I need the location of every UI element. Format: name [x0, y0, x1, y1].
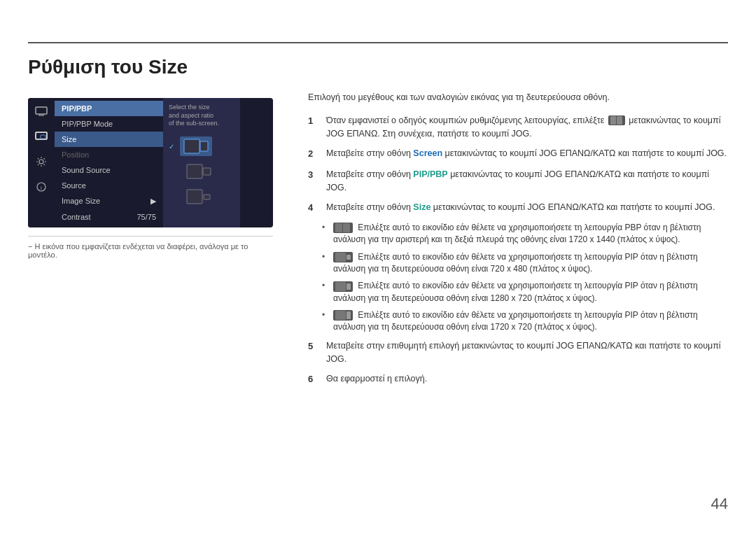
step-3-text: Μεταβείτε στην οθόνη PIP/PBP μετακινώντα… [326, 168, 728, 195]
sub-panel-header: Select the sizeand aspect ratioof the su… [169, 104, 234, 128]
size-option-small[interactable] [169, 187, 234, 206]
check-mark: ✓ [169, 143, 174, 150]
sidebar-icon-pip[interactable] [34, 129, 49, 144]
bullet-4-icon [333, 310, 353, 321]
step-6-text: Θα εφαρμοστεί η επιλογή. [326, 372, 728, 386]
svg-rect-10 [200, 141, 208, 151]
bullet-4-text: Επιλέξτε αυτό το εικονίδιο εάν θέλετε να… [333, 309, 728, 334]
menu-item-soundsource[interactable]: Sound Source [55, 162, 163, 178]
bullet-4: • Επιλέξτε αυτό το εικονίδιο εάν θέλετε … [322, 309, 728, 334]
bullet-2: • Επιλέξτε αυτό το εικονίδιο εάν θέλετε … [322, 251, 728, 276]
step-3-number: 3 [308, 168, 319, 195]
step-1: 1 Όταν εμφανιστεί ο οδηγός κουμπιών ρυθμ… [308, 114, 728, 141]
menu-panel: PIP/PBP PIP/PBP Mode Size Position Sound… [55, 98, 163, 227]
menu-item-size[interactable]: Size [55, 132, 163, 147]
step-2-text: Μεταβείτε στην οθόνη Screen μετακινώντας… [326, 147, 728, 161]
step-2-highlight: Screen [413, 148, 442, 158]
step-3: 3 Μεταβείτε στην οθόνη PIP/PBP μετακινών… [308, 168, 728, 195]
size-icon-medium [183, 162, 215, 181]
bullet-dot-2: • [322, 251, 328, 276]
bullet-1: • Επιλέξτε αυτό το εικονίδιο εάν θέλετε … [322, 222, 728, 246]
step-6-number: 6 [308, 372, 319, 386]
svg-rect-14 [204, 195, 210, 199]
left-panel: i PIP/PBP PIP/PBP Mode Size Position Sou… [28, 98, 287, 259]
svg-rect-20 [346, 255, 351, 260]
step-1-number: 1 [308, 114, 319, 141]
size-option-large[interactable]: ✓ [169, 136, 234, 156]
bullet-1-text: Επιλέξτε αυτό το εικονίδιο εάν θέλετε να… [333, 222, 728, 246]
menu-item-position: Position [55, 147, 163, 162]
step-4-highlight: Size [413, 202, 430, 212]
svg-rect-19 [335, 253, 346, 262]
svg-rect-24 [346, 311, 351, 319]
svg-rect-5 [41, 135, 46, 139]
step-2: 2 Μεταβείτε στην οθόνη Screen μετακινώντ… [308, 147, 728, 161]
page-title: Ρύθμιση του Size [28, 56, 188, 78]
step-1-text: Όταν εμφανιστεί ο οδηγός κουμπιών ρυθμιζ… [326, 114, 728, 141]
sidebar-icon-info[interactable]: i [34, 179, 49, 195]
bullet-dot-3: • [322, 280, 328, 304]
svg-rect-22 [346, 283, 351, 290]
bullet-3: • Επιλέξτε αυτό το εικονίδιο εάν θέλετε … [322, 280, 728, 304]
menu-item-source[interactable]: Source [55, 178, 163, 193]
step-6: 6 Θα εφαρμοστεί η επιλογή. [308, 372, 728, 386]
step-3-highlight: PIP/PBP [413, 169, 447, 179]
svg-point-6 [39, 160, 43, 164]
page-number: 44 [711, 495, 728, 513]
step-5: 5 Μεταβείτε στην επιθυμητή επιλογή μετακ… [308, 339, 728, 366]
bullet-dot-1: • [322, 222, 328, 246]
menu-item-contrast-label: Contrast [62, 213, 91, 221]
svg-text:i: i [41, 185, 42, 191]
svg-rect-9 [184, 139, 200, 153]
step-5-number: 5 [308, 339, 319, 366]
svg-rect-12 [203, 168, 211, 175]
svg-rect-13 [187, 190, 202, 204]
step-1-icon [608, 115, 625, 125]
step-4: 4 Μεταβείτε στην οθόνη Size μετακινώντας… [308, 201, 728, 215]
bullets-section: • Επιλέξτε αυτό το εικονίδιο εάν θέλετε … [322, 222, 728, 334]
menu-item-imagesize-arrow: ▶ [150, 197, 156, 206]
step-5-text: Μεταβείτε στην επιθυμητή επιλογή μετακιν… [326, 339, 728, 366]
step-2-number: 2 [308, 147, 319, 161]
bullet-2-text: Επιλέξτε αυτό το εικονίδιο εάν θέλετε να… [333, 251, 728, 276]
sidebar-icon-display[interactable] [34, 104, 49, 119]
bullet-3-icon [333, 281, 353, 292]
bullet-2-icon [333, 252, 353, 262]
footnote: − Η εικόνα που εμφανίζεται ενδέχεται να … [28, 236, 273, 259]
svg-rect-15 [610, 116, 616, 125]
svg-rect-11 [187, 164, 202, 178]
svg-rect-21 [335, 282, 346, 291]
step-4-text: Μεταβείτε στην οθόνη Size μετακινώντας τ… [326, 201, 728, 215]
sidebar-icons: i [28, 98, 55, 227]
right-panel: Επιλογή του μεγέθους και των αναλογιών ε… [308, 91, 728, 393]
svg-rect-16 [617, 116, 622, 125]
bullet-1-icon [333, 223, 353, 233]
bullet-3-text: Επιλέξτε αυτό το εικονίδιο εάν θέλετε να… [333, 280, 728, 304]
top-divider [28, 42, 728, 43]
menu-item-pipmode[interactable]: PIP/PBP Mode [55, 116, 163, 132]
menu-item-imagesize[interactable]: Image Size ▶ [55, 193, 163, 209]
size-icon-large [180, 136, 212, 156]
size-option-medium[interactable] [169, 162, 234, 181]
sidebar-icon-settings[interactable] [34, 154, 49, 169]
menu-item-contrast-value: 75/75 [136, 213, 156, 221]
menu-header: PIP/PBP [55, 101, 163, 116]
intro-text: Επιλογή του μεγέθους και των αναλογιών ε… [308, 91, 728, 104]
step-4-number: 4 [308, 201, 319, 215]
bullet-dot-4: • [322, 309, 328, 334]
menu-item-imagesize-label: Image Size [62, 197, 100, 206]
svg-rect-23 [335, 311, 346, 320]
size-icon-small [183, 187, 215, 206]
svg-rect-17 [335, 223, 342, 232]
svg-rect-0 [36, 107, 47, 114]
menu-item-contrast[interactable]: Contrast 75/75 [55, 209, 163, 225]
monitor-ui: i PIP/PBP PIP/PBP Mode Size Position Sou… [28, 98, 273, 227]
svg-rect-18 [343, 223, 350, 232]
sub-panel: Select the sizeand aspect ratioof the su… [163, 98, 240, 227]
